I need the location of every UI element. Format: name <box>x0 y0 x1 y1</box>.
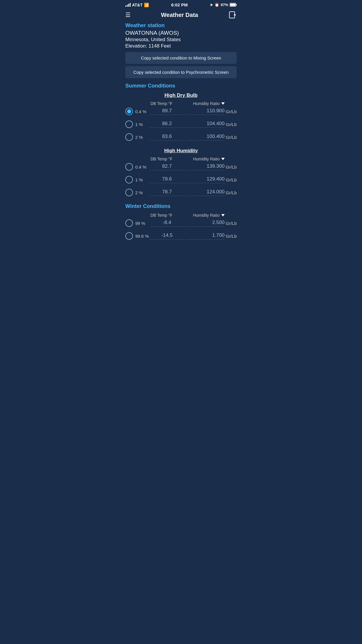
winter-col-headers: DB Temp °F Humidity Ratio <box>142 213 237 219</box>
carrier-label: AT&T <box>132 3 143 7</box>
winter-row-1: 99.6 % -14.5 1.700 Gr/Lb <box>125 232 237 240</box>
hh-db-2: 78.7 <box>149 189 185 196</box>
humidity-ratio-header: Humidity Ratio <box>181 101 237 106</box>
winter-row-0: 99 % -8.4 2.500 Gr/Lb <box>125 219 237 227</box>
hdb-row-0: 0.4 % 89.7 110.900 Gr/Lb <box>125 108 237 115</box>
station-location: Minnesota, United States <box>125 37 237 43</box>
hdb-hr-0: 110.900 Gr/Lb <box>185 108 237 115</box>
copy-psychrometric-button[interactable]: Copy selected condition to Psychrometric… <box>125 66 237 78</box>
battery-icon <box>230 3 237 7</box>
hh-radio-2[interactable] <box>125 189 133 196</box>
winter-hr-0: 2.500 Gr/Lb <box>185 220 237 227</box>
winter-radio-label-0[interactable]: 99 % <box>125 219 149 227</box>
hh-radio-1[interactable] <box>125 176 133 183</box>
content-area: Weather station OWATONNA (AWOS) Minnesot… <box>121 22 241 240</box>
hdb-db-2: 83.6 <box>149 134 185 141</box>
export-icon[interactable] <box>229 11 237 19</box>
hdb-radio-0[interactable] <box>125 108 133 115</box>
hh-radio-0[interactable] <box>125 163 133 171</box>
hdb-radio-2[interactable] <box>125 133 133 141</box>
winter-conditions-label: Winter Conditions <box>125 203 237 209</box>
app-header: ☰ Weather Data <box>121 8 241 22</box>
alarm-icon: ⏰ <box>215 3 219 7</box>
hdb-db-0: 89.7 <box>149 108 185 115</box>
hdb-radio-1[interactable] <box>125 120 133 128</box>
winter-db-1: -14.5 <box>149 232 185 239</box>
winter-humidity-ratio-header: Humidity Ratio <box>181 213 237 218</box>
summer-conditions-section: Summer Conditions High Dry Bulb DB Temp … <box>125 83 237 196</box>
hh-db-temp-header: DB Temp °F <box>142 157 181 161</box>
hdb-radio-label-2[interactable]: 2 % <box>125 133 149 141</box>
hdb-radio-label-1[interactable]: 1 % <box>125 120 149 128</box>
weather-station-label: Weather station <box>125 22 237 29</box>
humidity-ratio-chevron[interactable] <box>221 102 225 105</box>
hdb-hr-2: 100.400 Gr/Lb <box>185 134 237 141</box>
summer-conditions-label: Summer Conditions <box>125 83 237 89</box>
hdb-db-1: 86.2 <box>149 121 185 128</box>
high-dry-bulb-col-headers: DB Temp °F Humidity Ratio <box>142 101 237 108</box>
winter-radio-0[interactable] <box>125 219 133 227</box>
db-temp-header: DB Temp °F <box>142 101 181 106</box>
high-dry-bulb-section: High Dry Bulb DB Temp °F Humidity Ratio … <box>125 92 237 141</box>
hh-radio-label-0[interactable]: 0.4 % <box>125 163 149 171</box>
hh-hr-0: 139.300 Gr/Lb <box>185 163 237 170</box>
hdb-row-2: 2 % 83.6 100.400 Gr/Lb <box>125 133 237 141</box>
status-bar: AT&T 📶 6:02 PM ➤ ⏰ 97% <box>121 0 241 8</box>
winter-radio-label-1[interactable]: 99.6 % <box>125 232 149 240</box>
winter-conditions-section: Winter Conditions DB Temp °F Humidity Ra… <box>125 203 237 240</box>
status-time: 6:02 PM <box>171 2 188 7</box>
hh-radio-label-1[interactable]: 1 % <box>125 176 149 183</box>
winter-pct-0: 99 % <box>135 221 145 226</box>
status-left: AT&T 📶 <box>125 3 149 7</box>
copy-mixing-button[interactable]: Copy selected condition to Mixing Screen <box>125 52 237 64</box>
winter-humidity-ratio-chevron[interactable] <box>221 214 225 216</box>
page-title: Weather Data <box>161 12 198 18</box>
hh-pct-1: 1 % <box>135 177 143 182</box>
hh-radio-label-2[interactable]: 2 % <box>125 189 149 196</box>
hdb-pct-2: 2 % <box>135 135 143 140</box>
status-right: ➤ ⏰ 97% <box>210 3 237 7</box>
hh-row-1: 1 % 79.6 129.400 Gr/Lb <box>125 176 237 183</box>
hh-row-0: 0.4 % 82.7 139.300 Gr/Lb <box>125 163 237 171</box>
station-elevation: Elevation: 1148 Feet <box>125 43 237 49</box>
svg-rect-1 <box>236 4 237 6</box>
hamburger-icon[interactable]: ☰ <box>125 11 131 18</box>
hh-pct-0: 0.4 % <box>135 164 146 169</box>
high-humidity-section: High Humidity DB Temp °F Humidity Ratio … <box>125 148 237 196</box>
winter-pct-1: 99.6 % <box>135 234 149 239</box>
signal-icon <box>125 3 131 7</box>
hdb-row-1: 1 % 86.2 104.400 Gr/Lb <box>125 120 237 128</box>
wifi-icon: 📶 <box>144 3 149 7</box>
winter-hr-1: 1.700 Gr/Lb <box>185 232 237 239</box>
winter-radio-1[interactable] <box>125 232 133 240</box>
weather-station-section: Weather station OWATONNA (AWOS) Minnesot… <box>125 22 237 78</box>
hh-hr-1: 129.400 Gr/Lb <box>185 176 237 183</box>
hh-hr-2: 124.000 Gr/Lb <box>185 189 237 196</box>
hh-humidity-ratio-header: Humidity Ratio <box>181 157 237 161</box>
hh-row-2: 2 % 78.7 124.000 Gr/Lb <box>125 189 237 196</box>
high-humidity-col-headers: DB Temp °F Humidity Ratio <box>142 157 237 163</box>
hh-db-0: 82.7 <box>149 163 185 170</box>
hh-humidity-ratio-chevron[interactable] <box>221 158 225 160</box>
high-humidity-title: High Humidity <box>125 148 237 154</box>
winter-db-0: -8.4 <box>149 220 185 227</box>
hdb-pct-1: 1 % <box>135 122 143 127</box>
hh-db-1: 79.6 <box>149 176 185 183</box>
hh-pct-2: 2 % <box>135 190 143 195</box>
battery-pct: 97% <box>221 3 228 7</box>
station-name: OWATONNA (AWOS) <box>125 30 237 36</box>
winter-db-temp-header: DB Temp °F <box>142 213 181 218</box>
high-dry-bulb-title: High Dry Bulb <box>125 92 237 98</box>
svg-rect-2 <box>230 4 236 6</box>
hdb-pct-0: 0.4 % <box>135 109 146 114</box>
location-icon: ➤ <box>210 3 213 7</box>
hdb-radio-label-0[interactable]: 0.4 % <box>125 108 149 115</box>
hdb-hr-1: 104.400 Gr/Lb <box>185 121 237 128</box>
